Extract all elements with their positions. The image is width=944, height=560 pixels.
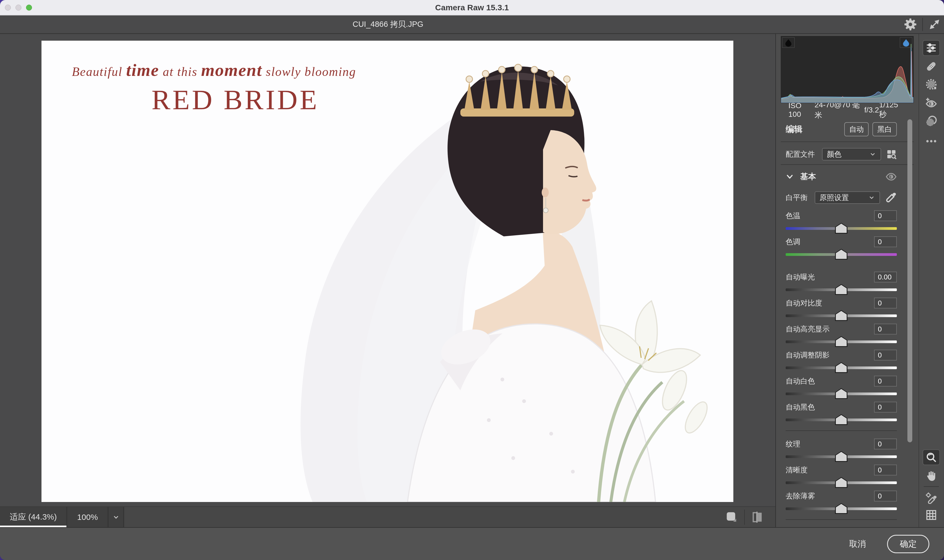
exif-iso: ISO 100 bbox=[788, 102, 815, 119]
color-sampler-tool-icon[interactable] bbox=[925, 491, 938, 504]
slider-label: 自动高亮显示 bbox=[786, 324, 830, 334]
slider-value-field[interactable]: 0 bbox=[874, 402, 897, 412]
bw-button[interactable]: 黑白 bbox=[872, 122, 897, 136]
slider-value-field[interactable]: 0 bbox=[874, 210, 897, 221]
bottom-bar: 取消 确定 bbox=[0, 527, 944, 560]
slider-thumb[interactable] bbox=[835, 451, 847, 462]
basic-sliders: 色温 0 色调 0 自动曝光 0.00 自动对比度 0 bbox=[786, 210, 897, 527]
slider-thumb[interactable] bbox=[835, 249, 847, 260]
profile-label: 配置文件 bbox=[786, 149, 815, 159]
zoom-chevron-down-icon[interactable] bbox=[108, 507, 124, 527]
photo-tagline: Beautiful time at this moment slowly blo… bbox=[72, 60, 451, 80]
slider-track[interactable] bbox=[786, 366, 897, 369]
auto-button[interactable]: 自动 bbox=[844, 122, 869, 136]
slider-track[interactable] bbox=[786, 253, 897, 256]
slider-track[interactable] bbox=[786, 418, 897, 421]
slider-track[interactable] bbox=[786, 508, 897, 510]
healing-tool-icon[interactable] bbox=[925, 60, 938, 73]
slider-label: 色调 bbox=[786, 237, 800, 247]
slider-value-field[interactable]: 0 bbox=[874, 465, 897, 475]
strip-divider bbox=[924, 486, 939, 487]
slider-value-field[interactable]: 0 bbox=[874, 298, 897, 308]
zoom-button[interactable] bbox=[26, 5, 32, 11]
ok-button[interactable]: 确定 bbox=[887, 535, 929, 553]
slider-exposure: 自动曝光 0.00 bbox=[786, 272, 897, 291]
zoom-100-tab[interactable]: 100% bbox=[67, 507, 108, 527]
slider-label: 自动白色 bbox=[786, 376, 815, 386]
exif-info: ISO 100 24-70@70 毫米 f/3.2 1/125 秒 bbox=[781, 103, 914, 117]
slider-label: 清晰度 bbox=[786, 465, 808, 475]
basic-section-header[interactable]: 基本 bbox=[786, 168, 897, 185]
profile-dropdown[interactable]: 颜色 bbox=[822, 148, 881, 160]
white-balance-eyedropper-icon[interactable] bbox=[885, 192, 897, 203]
tool-strip bbox=[919, 34, 944, 527]
slider-thumb[interactable] bbox=[835, 310, 847, 321]
slider-label: 自动黑色 bbox=[786, 402, 815, 412]
histogram-curves bbox=[781, 36, 913, 103]
slider-track[interactable] bbox=[786, 455, 897, 458]
slider-value-field[interactable]: 0 bbox=[874, 324, 897, 334]
slider-contrast: 自动对比度 0 bbox=[786, 298, 897, 317]
slider-track[interactable] bbox=[786, 392, 897, 395]
presets-tool-icon[interactable] bbox=[925, 115, 938, 128]
slider-thumb[interactable] bbox=[835, 336, 847, 347]
slider-label: 去除薄雾 bbox=[786, 491, 815, 501]
slider-thumb[interactable] bbox=[835, 414, 847, 425]
chevron-down-icon bbox=[786, 173, 794, 181]
minimize-button[interactable] bbox=[15, 5, 22, 11]
slider-label: 自动曝光 bbox=[786, 272, 815, 282]
profile-browser-icon[interactable] bbox=[886, 149, 897, 160]
highlight-clipping-indicator[interactable] bbox=[900, 37, 912, 48]
slider-blacks: 自动黑色 0 bbox=[786, 402, 897, 421]
white-balance-dropdown[interactable]: 原照设置 bbox=[815, 191, 880, 204]
slider-value-field[interactable]: 0 bbox=[874, 491, 897, 502]
canvas-footer: 适应 (44.3%) 100% bbox=[0, 506, 775, 527]
red-eye-tool-icon[interactable] bbox=[925, 96, 938, 109]
slider-value-field[interactable]: 0 bbox=[874, 376, 897, 386]
before-after-view-icon[interactable] bbox=[751, 511, 763, 523]
fullscreen-icon[interactable] bbox=[929, 19, 940, 30]
toolbar: CUI_4866 拷贝.JPG bbox=[0, 15, 944, 34]
main-area: Beautiful time at this moment slowly blo… bbox=[0, 34, 944, 527]
camera-raw-window: Camera Raw 15.3.1 CUI_4866 拷贝.JPG bbox=[0, 0, 944, 560]
slider-thumb[interactable] bbox=[835, 223, 847, 234]
slider-thumb[interactable] bbox=[835, 284, 847, 295]
slider-value-field[interactable]: 0 bbox=[874, 350, 897, 360]
grid-view-icon[interactable] bbox=[925, 509, 938, 521]
eye-icon[interactable] bbox=[885, 171, 897, 182]
white-balance-label: 白平衡 bbox=[786, 193, 808, 203]
slider-value-field[interactable]: 0 bbox=[874, 438, 897, 449]
settings-gear-icon[interactable] bbox=[904, 18, 916, 30]
slider-clarity: 清晰度 0 bbox=[786, 465, 897, 484]
slider-label: 自动调整阴影 bbox=[786, 350, 830, 360]
slider-track[interactable] bbox=[786, 227, 897, 230]
edit-tool[interactable] bbox=[922, 40, 940, 56]
slider-thumb[interactable] bbox=[835, 388, 847, 399]
panel-scrollbar[interactable] bbox=[907, 119, 912, 442]
slider-track[interactable] bbox=[786, 314, 897, 317]
slider-track[interactable] bbox=[786, 340, 897, 343]
slider-thumb[interactable] bbox=[835, 362, 847, 373]
zoom-tool[interactable] bbox=[922, 449, 940, 465]
window-title: Camera Raw 15.3.1 bbox=[435, 3, 509, 12]
hand-tool-icon[interactable] bbox=[925, 470, 938, 482]
slider-thumb[interactable] bbox=[835, 477, 847, 488]
shadow-clipping-indicator[interactable] bbox=[782, 37, 795, 48]
slider-value-field[interactable]: 0 bbox=[874, 236, 897, 247]
photo-preview[interactable]: Beautiful time at this moment slowly blo… bbox=[42, 41, 733, 502]
zoom-fit-tab[interactable]: 适应 (44.3%) bbox=[0, 507, 67, 527]
masking-tool-icon[interactable] bbox=[925, 78, 938, 91]
slider-thumb[interactable] bbox=[835, 503, 847, 514]
preview-mode-icon[interactable] bbox=[726, 511, 738, 523]
slider-vibrance: 自动振动 0 bbox=[786, 519, 897, 527]
more-tools-icon[interactable] bbox=[925, 135, 938, 148]
traffic-lights bbox=[5, 0, 32, 15]
slider-track[interactable] bbox=[786, 288, 897, 291]
exif-aperture: f/3.2 bbox=[864, 106, 879, 114]
slider-value-field[interactable]: 0.00 bbox=[874, 272, 897, 282]
close-button[interactable] bbox=[5, 5, 11, 11]
cancel-button[interactable]: 取消 bbox=[849, 538, 866, 550]
slider-temperature: 色温 0 bbox=[786, 210, 897, 230]
slider-track[interactable] bbox=[786, 482, 897, 484]
histogram[interactable] bbox=[781, 36, 914, 103]
